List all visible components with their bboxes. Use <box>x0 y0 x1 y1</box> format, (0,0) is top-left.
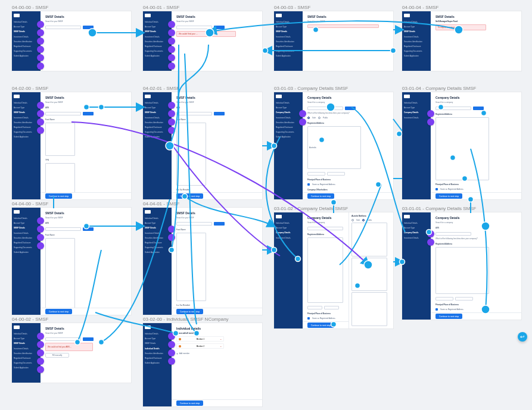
state-input[interactable] <box>307 306 322 309</box>
frame-04-02-01[interactable]: 04-02-01 - SMSF Individual Details Accou… <box>143 86 262 199</box>
checkbox-row[interactable]: Same as Registered Address <box>307 317 346 320</box>
postcode-input[interactable] <box>324 306 339 309</box>
search-button[interactable] <box>473 107 484 110</box>
address-input[interactable] <box>435 117 489 180</box>
continue-button[interactable]: Continue to next step <box>307 323 334 328</box>
drawer-input[interactable] <box>351 223 387 256</box>
continue-button[interactable]: Continue to next step <box>435 193 462 199</box>
checkbox-icon[interactable] <box>435 308 438 311</box>
frame-04-04-00[interactable]: 04-04-00 - SMSF Individual Details Accou… <box>12 201 131 315</box>
member-row[interactable]: Member 1⌄ <box>176 336 224 342</box>
postcode-input[interactable] <box>455 297 473 301</box>
continue-button[interactable]: Continue to next step <box>176 309 203 314</box>
radio-option[interactable]: Sole <box>356 219 360 221</box>
feedback-fab-button[interactable] <box>518 332 527 342</box>
continue-button[interactable]: Continue to next step <box>307 193 334 199</box>
frame-04-00-03[interactable]: 04-00-03 - SMSF Individual Details Accou… <box>274 5 393 71</box>
fund-name-input[interactable] <box>45 123 75 156</box>
address-input[interactable] <box>307 237 343 303</box>
search-input[interactable] <box>307 107 343 110</box>
search-button[interactable] <box>214 26 225 29</box>
radio-group[interactable]: SolePublic <box>307 117 388 119</box>
tfn-input[interactable] <box>45 163 75 196</box>
nav-item: SMSF Details <box>145 111 170 114</box>
continue-button[interactable]: Continue to next step <box>45 309 72 314</box>
screen-card[interactable]: Individual Details Account Type SMSF Det… <box>12 323 131 383</box>
search-input[interactable] <box>435 107 471 110</box>
frame-03-01-02[interactable]: 03-01-02 - Company Details SMSF Individu… <box>274 206 393 328</box>
checkbox-icon[interactable] <box>307 183 310 186</box>
postcode-input[interactable] <box>327 172 345 176</box>
continue-button[interactable]: Continue to next step <box>435 314 462 319</box>
checkbox-row[interactable]: Same as Registered Address <box>307 183 388 186</box>
frame-03-02-00[interactable]: 03-02-00 - Individuals SMSF NCompany Ind… <box>143 317 262 406</box>
search-button[interactable] <box>214 112 225 115</box>
continue-button[interactable]: Continue to next step <box>176 193 203 199</box>
screen-card[interactable]: Individual Details Account Type Company … <box>274 92 393 199</box>
screen-card[interactable]: Individual Details Account Type SMSF Det… <box>402 11 521 71</box>
screen-card[interactable]: Individual Details Account Type SMSF Det… <box>143 11 262 71</box>
fund-name-input[interactable] <box>176 123 206 186</box>
frame-03-01-01[interactable]: 03-01-01 - Company Details SMSF Individu… <box>402 206 521 320</box>
screen-card[interactable]: Individual Details Account Type Company … <box>274 212 393 328</box>
screen-card[interactable]: Individual Details Account Type Company … <box>402 212 521 320</box>
footer-bar: Continue to next step <box>172 192 262 199</box>
checkbox-row[interactable]: Same as Registered Address <box>435 308 517 311</box>
continue-button[interactable]: Continue to next step <box>176 400 203 406</box>
address-input[interactable] <box>435 247 489 294</box>
screen-card[interactable]: Individual Details Account Type Company … <box>402 92 521 199</box>
abn-input[interactable] <box>435 232 471 236</box>
radio-option[interactable]: Public <box>323 117 328 119</box>
checkbox-icon[interactable] <box>307 317 310 320</box>
search-button[interactable] <box>214 222 225 226</box>
radio-option[interactable]: Sole <box>312 117 316 119</box>
search-input[interactable] <box>307 227 343 230</box>
screen-card[interactable]: Individual Details Account Type SMSF Det… <box>12 208 131 315</box>
frame-04-00-00[interactable]: 04-00-00 - SMSF Individual Details Accou… <box>12 5 131 71</box>
nav-item: Securities Identification <box>14 121 39 124</box>
search-input[interactable] <box>45 26 81 29</box>
page-heading: SMSF Details <box>176 211 257 215</box>
fund-name-input[interactable] <box>45 238 75 311</box>
checkbox-row[interactable]: Same as Registered Address <box>435 188 517 190</box>
search-input[interactable] <box>176 26 212 29</box>
frame-03-01-03[interactable]: 03-01-03 - Company Details SMSF Individu… <box>274 86 393 199</box>
search-button[interactable] <box>83 26 94 29</box>
state-input[interactable] <box>435 297 453 301</box>
screen-card[interactable]: Individual Details Account Type SMSF Det… <box>143 92 262 199</box>
radio-option[interactable]: Public <box>367 219 372 221</box>
abn-input[interactable] <box>176 222 212 226</box>
abn-input[interactable] <box>45 337 81 341</box>
frame-04-04-01[interactable]: 04-04-01 - SMSF Individual Details Accou… <box>143 201 262 315</box>
frame-04-00-04[interactable]: 04-00-04 - SMSF Individual Details Accou… <box>402 5 521 71</box>
state-input[interactable] <box>307 172 325 176</box>
member-row[interactable]: Member 2⌄ <box>176 343 224 349</box>
search-button[interactable] <box>83 227 94 231</box>
drawer-input[interactable] <box>351 258 387 292</box>
search-button[interactable] <box>83 112 94 115</box>
search-button[interactable] <box>83 337 94 341</box>
screen-card[interactable]: Individual Details Account Type SMSF Det… <box>143 323 262 406</box>
prototype-canvas[interactable]: 04-00-00 - SMSF Individual Details Accou… <box>0 0 532 410</box>
radio-group[interactable]: SolePublic <box>351 219 391 221</box>
abn-input[interactable] <box>176 112 212 115</box>
fund-name-input[interactable] <box>176 233 206 301</box>
frame-04-00-01[interactable]: 04-00-01 - SMSF Individual Details Accou… <box>143 5 262 71</box>
search-button[interactable] <box>345 107 356 110</box>
frame-03-01-04[interactable]: 03-01-04 - Company Details SMSF Individu… <box>402 86 521 199</box>
screen-card[interactable]: Individual Details Account Type SMSF Det… <box>274 11 393 71</box>
screen-card[interactable]: Individual Details Account Type SMSF Det… <box>12 11 131 71</box>
abn-input[interactable] <box>45 227 81 231</box>
nav-item: Regulated Disclosure <box>276 126 301 129</box>
add-member-button[interactable]: +Add member <box>176 352 257 355</box>
address-input[interactable]: Australia <box>307 126 361 169</box>
drawer-input[interactable] <box>351 292 387 326</box>
frame-04-02-00[interactable]: 04-02-00 - SMSF Individual Details Accou… <box>12 86 131 199</box>
frame-04-00-02[interactable]: 04-00-02 - SMSF Individual Details Accou… <box>12 317 131 383</box>
checkbox-icon[interactable] <box>435 188 438 190</box>
screen-card[interactable]: Individual Details Account Type SMSF Det… <box>143 208 262 315</box>
fill-manually-button[interactable]: Fill manually <box>45 353 69 358</box>
continue-button[interactable]: Continue to next step <box>45 193 72 199</box>
screen-card[interactable]: Individual Details Account Type SMSF Det… <box>12 92 131 199</box>
abn-input[interactable] <box>45 112 81 115</box>
